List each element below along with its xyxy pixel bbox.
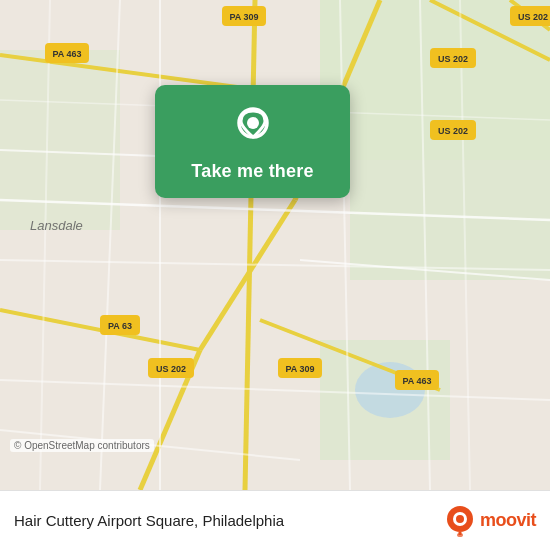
svg-text:PA 463: PA 463 — [402, 376, 431, 386]
svg-text:US 202: US 202 — [438, 126, 468, 136]
take-me-there-card[interactable]: Take me there — [155, 85, 350, 198]
take-me-there-label: Take me there — [191, 161, 313, 182]
bottom-bar: Hair Cuttery Airport Square, Philadelphi… — [0, 490, 550, 550]
map-view: PA 463 PA 309 US 202 US 202 PA 63 US 202… — [0, 0, 550, 490]
svg-text:PA 463: PA 463 — [52, 49, 81, 59]
location-name: Hair Cuttery Airport Square, Philadelphi… — [14, 512, 444, 529]
svg-text:US 202: US 202 — [518, 12, 548, 22]
svg-text:PA 309: PA 309 — [229, 12, 258, 22]
map-attribution: © OpenStreetMap contributors — [10, 439, 154, 452]
location-pin-icon — [229, 103, 277, 151]
svg-point-48 — [247, 117, 259, 129]
svg-text:PA 309: PA 309 — [285, 364, 314, 374]
svg-text:US 202: US 202 — [156, 364, 186, 374]
moovit-logo: moovit — [444, 505, 536, 537]
svg-text:US 202: US 202 — [438, 54, 468, 64]
moovit-icon — [444, 505, 476, 537]
svg-text:Lansdale: Lansdale — [30, 218, 83, 233]
moovit-text: moovit — [480, 510, 536, 531]
svg-text:PA 63: PA 63 — [108, 321, 132, 331]
